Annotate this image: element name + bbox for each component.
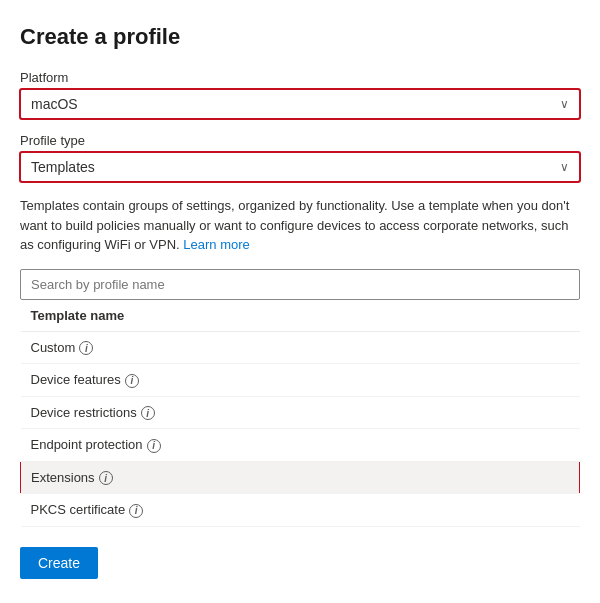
info-icon[interactable]: i bbox=[141, 406, 155, 420]
template-name-cell: Device featuresi bbox=[21, 364, 580, 397]
platform-dropdown-arrow-icon: ∨ bbox=[560, 97, 569, 111]
table-row[interactable]: Endpoint protectioni bbox=[21, 429, 580, 462]
create-button[interactable]: Create bbox=[20, 547, 98, 579]
template-name-cell: Customi bbox=[21, 331, 580, 364]
table-row[interactable]: Extensionsi bbox=[21, 461, 580, 494]
platform-field-group: Platform macOS ∨ bbox=[20, 70, 580, 119]
template-name-cell: Device restrictionsi bbox=[21, 396, 580, 429]
info-icon[interactable]: i bbox=[99, 471, 113, 485]
learn-more-link[interactable]: Learn more bbox=[183, 237, 249, 252]
info-icon[interactable]: i bbox=[129, 504, 143, 518]
search-input[interactable] bbox=[20, 269, 580, 300]
platform-label: Platform bbox=[20, 70, 580, 85]
profile-type-dropdown-value: Templates bbox=[31, 159, 95, 175]
profile-type-field-group: Profile type Templates ∨ bbox=[20, 133, 580, 182]
platform-dropdown[interactable]: macOS ∨ bbox=[20, 89, 580, 119]
table-row[interactable]: Customi bbox=[21, 331, 580, 364]
page-title: Create a profile bbox=[20, 24, 580, 50]
info-icon[interactable]: i bbox=[125, 374, 139, 388]
table-row[interactable]: PKCS certificatei bbox=[21, 494, 580, 527]
profile-type-dropdown-arrow-icon: ∨ bbox=[560, 160, 569, 174]
template-table: Template name CustomiDevice featuresiDev… bbox=[20, 300, 580, 527]
info-icon[interactable]: i bbox=[79, 341, 93, 355]
table-row[interactable]: Device restrictionsi bbox=[21, 396, 580, 429]
platform-dropdown-value: macOS bbox=[31, 96, 78, 112]
description-text: Templates contain groups of settings, or… bbox=[20, 196, 580, 255]
template-name-cell: PKCS certificatei bbox=[21, 494, 580, 527]
template-name-cell: Extensionsi bbox=[21, 461, 580, 494]
info-icon[interactable]: i bbox=[147, 439, 161, 453]
template-name-cell: Endpoint protectioni bbox=[21, 429, 580, 462]
profile-type-label: Profile type bbox=[20, 133, 580, 148]
table-row[interactable]: Device featuresi bbox=[21, 364, 580, 397]
table-column-header: Template name bbox=[21, 300, 580, 332]
profile-type-dropdown[interactable]: Templates ∨ bbox=[20, 152, 580, 182]
